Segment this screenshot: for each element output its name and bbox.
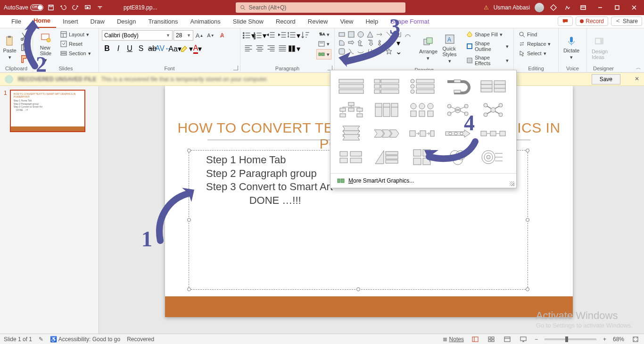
tab-review[interactable]: Review bbox=[302, 15, 334, 28]
highlight-icon[interactable]: ▾ bbox=[181, 43, 191, 54]
tab-transitions[interactable]: Transitions bbox=[142, 15, 183, 28]
shapes-gallery[interactable]: ▾ ⌄ bbox=[338, 30, 416, 67]
fit-to-window-icon[interactable] bbox=[631, 336, 640, 343]
reset-button[interactable]: Reset bbox=[58, 40, 93, 48]
tab-animations[interactable]: Animations bbox=[185, 15, 226, 28]
smartart-vertical-bullet-list[interactable] bbox=[408, 77, 436, 96]
comments-button[interactable] bbox=[558, 17, 573, 26]
copy-icon[interactable] bbox=[19, 42, 30, 53]
share-button[interactable]: Share bbox=[611, 17, 642, 26]
increase-indent-icon[interactable] bbox=[277, 30, 288, 41]
smartart-table-list[interactable] bbox=[479, 77, 507, 96]
tab-view[interactable]: View bbox=[334, 15, 359, 28]
normal-view-icon[interactable] bbox=[471, 336, 480, 343]
smartart-chevron-process[interactable] bbox=[372, 124, 401, 143]
diamond-icon[interactable] bbox=[549, 3, 558, 12]
smartart-horizontal-bullet-list[interactable] bbox=[372, 101, 401, 119]
layout-button[interactable]: Layout▾ bbox=[58, 30, 93, 39]
flyout-resize-handle[interactable] bbox=[510, 181, 514, 186]
text-direction-icon[interactable]: ⇅A▾ bbox=[316, 30, 331, 39]
bold-icon[interactable]: B bbox=[102, 43, 112, 54]
smartart-picture-strips[interactable] bbox=[337, 148, 365, 167]
select-button[interactable]: Select▾ bbox=[517, 49, 553, 58]
search-box[interactable]: Search (Alt+Q) bbox=[236, 2, 405, 13]
tab-record[interactable]: Record bbox=[270, 15, 301, 28]
resize-handle[interactable] bbox=[356, 287, 360, 291]
smartart-radial-cluster[interactable] bbox=[444, 101, 472, 119]
cut-icon[interactable] bbox=[19, 31, 30, 42]
justify-icon[interactable] bbox=[277, 43, 288, 54]
smartart-basic-venn[interactable] bbox=[444, 148, 472, 167]
tab-insert[interactable]: Insert bbox=[57, 15, 84, 28]
new-slide-button[interactable]: New Slide▾ bbox=[36, 30, 56, 66]
shape-effects-button[interactable]: Shape Effects▾ bbox=[464, 54, 511, 67]
paste-button[interactable]: Paste▾ bbox=[3, 30, 17, 66]
message-close-icon[interactable]: ✕ bbox=[635, 76, 639, 82]
zoom-slider[interactable] bbox=[545, 338, 596, 340]
redo-icon[interactable] bbox=[71, 3, 80, 12]
status-slide-count[interactable]: Slide 1 of 1 bbox=[4, 336, 32, 343]
align-left-icon[interactable] bbox=[243, 43, 254, 54]
slide-thumbnail-1[interactable]: HOW TO CONVERT TEXT TO SMART ART GRAPHIC… bbox=[10, 90, 85, 132]
decrease-indent-icon[interactable] bbox=[266, 30, 276, 41]
user-name[interactable]: Usman Abbasi bbox=[494, 4, 530, 11]
avatar[interactable] bbox=[535, 3, 544, 12]
slideshow-view-icon[interactable] bbox=[519, 336, 528, 343]
align-center-icon[interactable] bbox=[255, 43, 265, 54]
smartart-pyramid-list[interactable] bbox=[372, 148, 401, 167]
qat-more-icon[interactable] bbox=[95, 3, 105, 12]
collapse-ribbon-icon[interactable]: ︿ bbox=[636, 64, 641, 71]
close-icon[interactable] bbox=[628, 3, 640, 12]
sort-icon[interactable] bbox=[300, 30, 310, 41]
smartart-vertical-chevron[interactable] bbox=[337, 124, 365, 143]
tab-draw[interactable]: Draw bbox=[85, 15, 110, 28]
smartart-flyout[interactable]: More SmartArt Graphics... bbox=[330, 70, 517, 188]
underline-icon[interactable]: U bbox=[124, 43, 135, 54]
smartart-bending-picture-list[interactable] bbox=[444, 77, 472, 96]
line-spacing-icon[interactable]: ▾ bbox=[289, 30, 299, 41]
change-case-icon[interactable]: Aa▾ bbox=[170, 43, 180, 54]
more-smartart-graphics[interactable]: More SmartArt Graphics... bbox=[330, 173, 516, 188]
smartart-hierarchy[interactable] bbox=[337, 101, 365, 119]
tab-file[interactable]: File bbox=[6, 15, 27, 28]
smartart-basic-target[interactable] bbox=[479, 148, 507, 167]
resize-handle[interactable] bbox=[526, 287, 529, 291]
bullets-icon[interactable]: ▾ bbox=[243, 30, 254, 41]
message-save-button[interactable]: Save bbox=[592, 74, 620, 84]
coming-soon-icon[interactable] bbox=[563, 3, 572, 12]
ribbon-display-icon[interactable] bbox=[577, 3, 589, 12]
notes-button[interactable]: ≣ Notes bbox=[443, 336, 464, 343]
resize-handle[interactable] bbox=[187, 287, 191, 291]
smartart-continuous-arrow[interactable] bbox=[444, 124, 472, 143]
resize-handle[interactable] bbox=[187, 218, 191, 222]
tab-slide-show[interactable]: Slide Show bbox=[227, 15, 269, 28]
thumbnail-panel[interactable]: 1 HOW TO CONVERT TEXT TO SMART ART GRAPH… bbox=[0, 86, 99, 334]
zoom-level[interactable]: 68% bbox=[613, 336, 624, 343]
decrease-font-icon[interactable]: A▼ bbox=[206, 30, 216, 41]
resize-handle[interactable] bbox=[187, 149, 191, 152]
font-launcher-icon[interactable] bbox=[233, 66, 238, 70]
smartart-basic-matrix[interactable] bbox=[408, 148, 436, 167]
shape-fill-button[interactable]: Shape Fill▾ bbox=[464, 30, 511, 39]
section-button[interactable]: Section▾ bbox=[58, 49, 93, 58]
italic-icon[interactable]: I bbox=[113, 43, 124, 54]
status-spellcheck-icon[interactable]: ✎ bbox=[39, 336, 43, 343]
convert-to-smartart-button[interactable]: ▾ bbox=[316, 49, 331, 59]
shape-outline-button[interactable]: Shape Outline▾ bbox=[464, 40, 511, 53]
tab-home[interactable]: Home bbox=[28, 14, 56, 28]
tab-design[interactable]: Design bbox=[111, 15, 141, 28]
zoom-out-icon[interactable]: − bbox=[535, 336, 538, 343]
dictate-button[interactable]: Dictate▾ bbox=[561, 30, 581, 66]
slide-sorter-icon[interactable] bbox=[487, 336, 496, 343]
reading-view-icon[interactable] bbox=[503, 336, 512, 343]
zoom-in-icon[interactable]: + bbox=[603, 336, 606, 343]
arrange-button[interactable]: Arrange▾ bbox=[419, 30, 438, 67]
smartart-diverging-radial[interactable] bbox=[479, 101, 507, 119]
maximize-icon[interactable] bbox=[611, 3, 623, 12]
char-spacing-icon[interactable]: AV↔ bbox=[158, 43, 169, 54]
font-size-combo[interactable]: 28▼ bbox=[173, 30, 193, 41]
smartart-picture-caption-list[interactable] bbox=[408, 101, 436, 119]
replace-button[interactable]: Replace ▾ bbox=[517, 40, 553, 48]
numbering-icon[interactable]: 123▾ bbox=[255, 30, 265, 41]
quick-styles-button[interactable]: A Quick Styles▾ bbox=[440, 30, 459, 67]
